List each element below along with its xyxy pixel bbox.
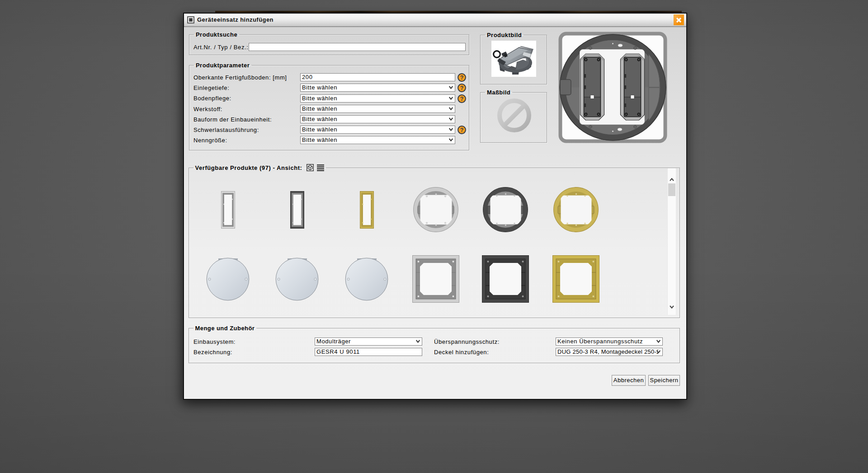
svg-text:?: ? — [460, 95, 464, 102]
svg-text:?: ? — [460, 127, 464, 133]
svg-text:?: ? — [460, 74, 464, 80]
svg-text:?: ? — [460, 85, 464, 91]
